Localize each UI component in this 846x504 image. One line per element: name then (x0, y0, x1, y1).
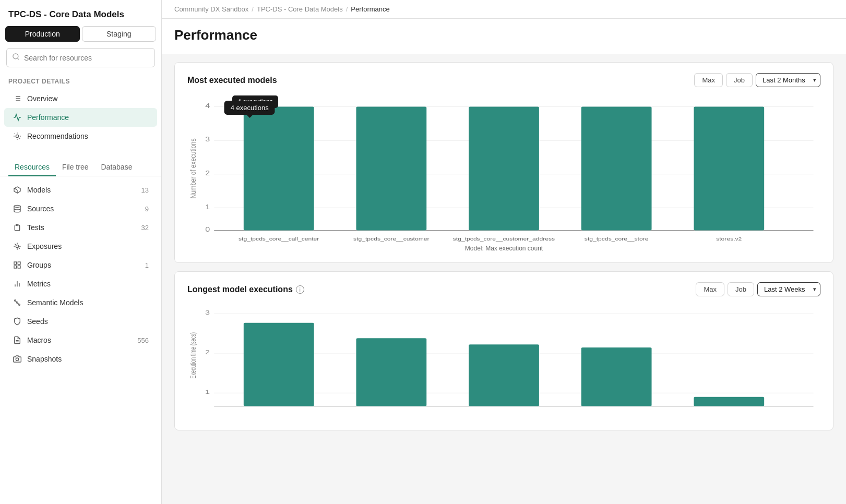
breadcrumb-item-sandbox[interactable]: Community DX Sandbox (174, 5, 248, 13)
breadcrumb-current: Performance (351, 5, 389, 13)
tab-file-tree[interactable]: File tree (56, 159, 95, 176)
bulb-icon (13, 131, 22, 141)
svg-text:3: 3 (205, 310, 210, 316)
svg-point-17 (14, 205, 20, 207)
chart1-time-dropdown[interactable]: Last 2 Months Last Week Last Month (756, 73, 820, 87)
macro-icon (13, 335, 22, 345)
svg-text:2: 2 (205, 169, 210, 176)
svg-line-21 (15, 244, 16, 245)
chart2-btn-max[interactable]: Max (696, 282, 724, 296)
sidebar-item-recommendations[interactable]: Recommendations (4, 127, 157, 146)
svg-text:stg_tpcds_core__call_center: stg_tpcds_core__call_center (239, 236, 319, 242)
content-area: Most executed models Max Job Last 2 Mont… (162, 54, 846, 447)
bar-2[interactable] (356, 107, 426, 231)
svg-line-37 (18, 303, 19, 304)
page-title: Performance (162, 19, 846, 54)
svg-rect-27 (18, 262, 20, 265)
bar-3[interactable] (469, 107, 539, 231)
chart1-header: Most executed models Max Job Last 2 Mont… (187, 73, 820, 87)
sidebar-item-performance[interactable]: Performance (4, 108, 157, 127)
tests-count: 32 (141, 224, 149, 232)
svg-text:3: 3 (205, 136, 210, 143)
chart-longest-executions: Longest model executions i Max Job Last … (174, 271, 833, 430)
groups-label: Groups (27, 261, 140, 269)
svg-text:0: 0 (205, 225, 210, 233)
svg-rect-26 (14, 262, 17, 265)
app-title: TPC-DS - Core Data Models (0, 0, 161, 26)
svg-text:Execution time (secs): Execution time (secs) (189, 332, 198, 379)
search-input[interactable] (24, 54, 149, 62)
exposure-icon (13, 242, 22, 251)
group-icon (13, 260, 22, 270)
sidebar-item-metrics[interactable]: Metrics (4, 274, 157, 293)
svg-rect-29 (18, 266, 20, 268)
search-icon (12, 53, 20, 63)
sidebar-item-semantic-models[interactable]: Semantic Models (4, 293, 157, 312)
svg-text:2: 2 (205, 350, 210, 355)
divider (8, 150, 153, 150)
chart2-bar-2[interactable] (356, 338, 426, 406)
svg-point-8 (16, 135, 18, 137)
test-icon (13, 223, 22, 232)
chart2-btn-job[interactable]: Job (728, 282, 754, 296)
chart1-btn-max[interactable]: Max (694, 73, 723, 87)
tests-label: Tests (27, 223, 136, 232)
breadcrumb: Community DX Sandbox / TPC-DS - Core Dat… (174, 5, 833, 13)
resource-tabs: Resources File tree Database (0, 159, 161, 176)
list-icon (13, 94, 22, 103)
metrics-icon (13, 279, 22, 289)
tab-database[interactable]: Database (95, 159, 139, 176)
bar-4[interactable] (581, 107, 652, 231)
sidebar-item-exposures[interactable]: Exposures (4, 237, 157, 256)
chart-most-executed: Most executed models Max Job Last 2 Mont… (174, 62, 833, 263)
sidebar-item-seeds[interactable]: Seeds (4, 312, 157, 331)
env-tab-production[interactable]: Production (5, 26, 80, 42)
svg-text:1: 1 (205, 203, 210, 210)
chart2-header: Longest model executions i Max Job Last … (187, 282, 820, 296)
chart1-svg: 4 3 2 1 0 Number of executions (187, 95, 820, 242)
top-bar: Community DX Sandbox / TPC-DS - Core Dat… (162, 0, 846, 19)
chart2-bar-1[interactable] (244, 323, 314, 406)
sidebar-item-snapshots[interactable]: Snapshots (4, 350, 157, 368)
chart1-x-axis-label: Model: Max execution count (187, 245, 820, 252)
chart2-time-dropdown[interactable]: Last 2 Weeks Last Week Last Month (757, 282, 820, 296)
semantic-models-label: Semantic Models (27, 298, 149, 307)
svg-text:stg_tpcds_core__customer_addre: stg_tpcds_core__customer_address (453, 236, 555, 242)
cube-icon (13, 185, 22, 195)
exposures-label: Exposures (27, 242, 149, 250)
chart2-svg: 3 2 1 Execution time (secs) (187, 305, 820, 419)
chart2-title: Longest model executions (187, 285, 293, 294)
groups-count: 1 (145, 261, 149, 269)
svg-point-0 (13, 54, 18, 59)
chart2-bar-3[interactable] (469, 344, 539, 406)
sidebar-item-sources[interactable]: Sources 9 (4, 199, 157, 218)
sidebar-item-macros[interactable]: Macros 556 (4, 331, 157, 350)
chart1-btn-job[interactable]: Job (726, 73, 753, 87)
macros-label: Macros (27, 336, 132, 344)
breadcrumb-sep-2: / (346, 5, 348, 13)
sources-count: 9 (145, 205, 149, 213)
chart1-dropdown-wrap: Last 2 Months Last Week Last Month (756, 73, 820, 87)
env-tab-staging[interactable]: Staging (82, 26, 157, 42)
breadcrumb-item-model[interactable]: TPC-DS - Core Data Models (257, 5, 343, 13)
bar-5[interactable] (694, 107, 764, 231)
chart1-title: Most executed models (187, 76, 277, 85)
info-icon[interactable]: i (296, 285, 304, 294)
recommendations-label: Recommendations (27, 132, 149, 140)
svg-line-15 (14, 188, 17, 190)
svg-line-11 (15, 134, 15, 134)
chart2-bar-4[interactable] (581, 347, 652, 406)
tab-resources[interactable]: Resources (8, 159, 56, 176)
chart2-bar-5[interactable] (694, 397, 764, 406)
seeds-icon (13, 317, 22, 326)
sidebar-item-groups[interactable]: Groups 1 (4, 256, 157, 274)
svg-text:4: 4 (205, 102, 210, 109)
macros-count: 556 (137, 337, 149, 344)
sidebar-item-tests[interactable]: Tests 32 (4, 218, 157, 237)
sidebar-item-overview[interactable]: Overview (4, 89, 157, 108)
sidebar-item-models[interactable]: Models 13 (4, 181, 157, 199)
bar-1[interactable] (244, 107, 314, 231)
svg-text:stores.v2: stores.v2 (716, 236, 742, 242)
svg-text:stg_tpcds_core__customer: stg_tpcds_core__customer (353, 236, 430, 242)
svg-rect-18 (16, 224, 18, 226)
